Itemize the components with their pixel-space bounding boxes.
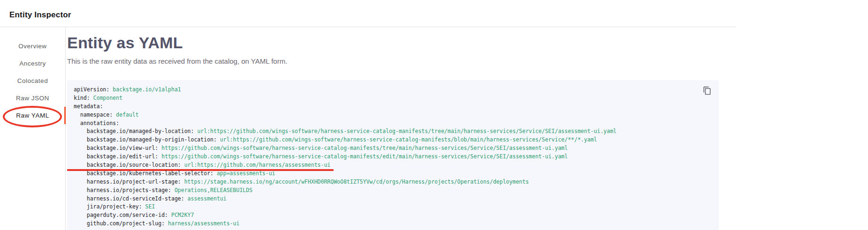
yaml-value: url:https://github.com/harness/assessmen… — [184, 162, 330, 168]
yaml-line: backstage.io/edit-url: https://github.co… — [74, 153, 712, 161]
yaml-value: https://github.com/wings-software/harnes… — [161, 145, 568, 151]
yaml-value: https://github.com/wings-software/harnes… — [161, 153, 568, 160]
yaml-line: metadata: — [74, 103, 712, 111]
dialog-header: Entity Inspector — [0, 0, 736, 27]
yaml-key: apiVersion: — [74, 86, 109, 93]
tab-label: Ancestry — [19, 60, 46, 67]
yaml-value: harness/assessments-ui — [168, 220, 239, 227]
yaml-key: namespace: — [80, 111, 113, 118]
page-title: Entity as YAML — [67, 33, 736, 52]
copy-icon — [703, 86, 712, 95]
dialog-body: OverviewAncestryColocatedRaw JSONRaw YAM… — [0, 27, 736, 230]
yaml-value: url:https://github.com/wings-software/ha… — [220, 136, 597, 143]
page-subtitle: This is the raw entity data as received … — [67, 57, 736, 66]
yaml-line: annotations: — [74, 119, 712, 128]
yaml-line: jira/project-key: SEI — [74, 203, 712, 211]
yaml-code-block: apiVersion: backstage.io/v1alpha1kind: C… — [67, 80, 719, 230]
yaml-value: app=assessments-ui — [217, 170, 276, 177]
yaml-value: Operations,RELEASEBUILDS — [175, 187, 253, 193]
yaml-value: SEI — [145, 203, 155, 210]
yaml-key: annotations: — [80, 120, 119, 126]
yaml-line: kind: Component — [74, 94, 712, 103]
yaml-line: backstage.io/source-location: url:https:… — [74, 161, 712, 170]
yaml-value: url:https://github.com/wings-software/ha… — [197, 128, 616, 134]
tab-label: Colocated — [17, 77, 48, 84]
yaml-line: harness.io/project-url-stage: https://st… — [74, 178, 712, 186]
yaml-value: https://stage.harness.io/ng/account/wFHX… — [184, 178, 529, 185]
yaml-line: github.com/project-slug: harness/assessm… — [74, 220, 712, 228]
yaml-key: metadata: — [74, 103, 103, 110]
yaml-key: harness.io/projects-stage: — [87, 187, 171, 193]
yaml-key: backstage.io/edit-url: — [87, 153, 158, 160]
yaml-line: backstage.io/managed-by-location: url:ht… — [74, 127, 712, 136]
yaml-key: backstage.io/source-location: — [87, 162, 181, 168]
yaml-key: jira/project-key: — [87, 203, 142, 210]
yaml-key: harness.io/cd-serviceId-stage: — [87, 195, 184, 202]
tab-label: Raw JSON — [16, 95, 49, 102]
yaml-value: PCM2KY7 — [171, 212, 194, 218]
main-content: Entity as YAML This is the raw entity da… — [66, 27, 736, 230]
copy-button[interactable] — [701, 84, 714, 96]
tab-label: Overview — [18, 43, 46, 50]
yaml-key: pagerduty.com/service-id: — [87, 212, 168, 218]
yaml-value: backstage.io/v1alpha1 — [113, 86, 181, 93]
yaml-line: backstage.io/view-url: https://github.co… — [74, 144, 712, 153]
yaml-key: backstage.io/managed-by-location: — [87, 128, 194, 134]
yaml-value: Component — [93, 95, 123, 101]
tab-colocated[interactable]: Colocated — [0, 72, 65, 89]
sidebar-tabs: OverviewAncestryColocatedRaw JSONRaw YAM… — [0, 27, 66, 230]
yaml-key: github.com/project-slug: — [87, 220, 165, 227]
yaml-value: assessmentui — [187, 195, 226, 202]
yaml-key: backstage.io/managed-by-origin-location: — [87, 136, 217, 143]
yaml-line: apiVersion: backstage.io/v1alpha1 — [74, 86, 712, 94]
yaml-line: pagerduty.com/service-id: PCM2KY7 — [74, 211, 712, 220]
tab-overview[interactable]: Overview — [0, 37, 65, 55]
dialog-title: Entity Inspector — [9, 10, 71, 20]
yaml-line: namespace: default — [74, 111, 712, 119]
yaml-line: backstage.io/managed-by-origin-location:… — [74, 136, 712, 144]
yaml-line: harness.io/cd-serviceId-stage: assessmen… — [74, 195, 712, 203]
yaml-key: backstage.io/view-url: — [87, 145, 158, 151]
yaml-code: apiVersion: backstage.io/v1alpha1kind: C… — [74, 86, 712, 228]
tab-raw-yaml[interactable]: Raw YAML — [0, 107, 65, 124]
tab-raw-json[interactable]: Raw JSON — [0, 89, 65, 107]
yaml-value: default — [116, 111, 138, 118]
yaml-key: kind: — [74, 95, 90, 101]
entity-inspector-dialog: Entity Inspector OverviewAncestryColocat… — [0, 0, 736, 230]
tab-ancestry[interactable]: Ancestry — [0, 55, 65, 72]
tab-label: Raw YAML — [16, 112, 49, 119]
yaml-line: backstage.io/kubernetes-label-selector: … — [74, 170, 712, 178]
active-tab-indicator — [64, 107, 66, 124]
yaml-line: harness.io/projects-stage: Operations,RE… — [74, 186, 712, 195]
yaml-key: backstage.io/kubernetes-label-selector: — [87, 170, 214, 177]
yaml-key: harness.io/project-url-stage: — [87, 178, 181, 185]
